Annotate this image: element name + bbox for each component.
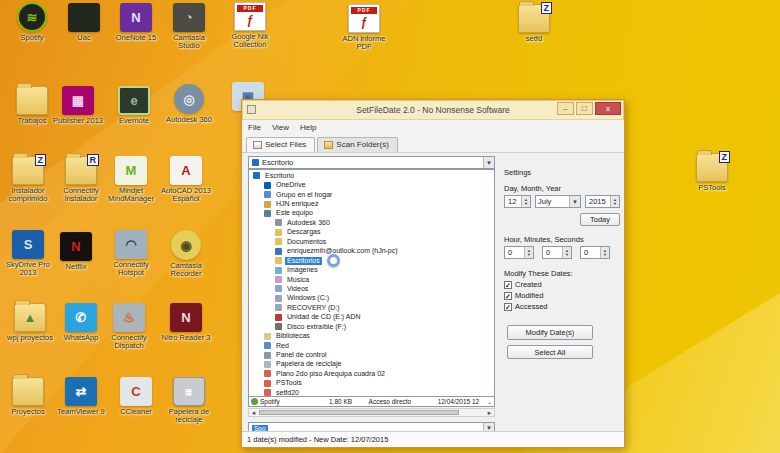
tree-item[interactable]: enriquezmih@outlook.com (hJn-pc) <box>249 247 494 256</box>
tree-item[interactable]: Grupo en el hogar <box>249 190 494 199</box>
icon-skydrive[interactable]: SSkyDrive Pro 2013 <box>2 230 54 277</box>
icon-whatsapp[interactable]: ✆WhatsApp <box>55 303 107 342</box>
checkbox-modified[interactable]: ✓Modified <box>504 291 543 300</box>
icon-uac[interactable]: Uac <box>58 3 110 42</box>
spinner-arrows-icon[interactable]: ▲▼ <box>610 196 619 207</box>
tree-item[interactable]: Unidad de CD (E:) ADN <box>249 313 494 322</box>
icon-onenote[interactable]: NOneNote 15 <box>110 3 162 42</box>
select-all-button[interactable]: Select All <box>507 345 593 359</box>
tree-item[interactable]: Documentos <box>249 237 494 246</box>
tree-item[interactable]: OneDrive <box>249 180 494 189</box>
icon-connectify-hotspot[interactable]: ◠Connectify Hotspot <box>105 230 157 277</box>
spinner-arrows-icon[interactable]: ▲▼ <box>562 247 571 258</box>
chevron-down-icon[interactable]: ▼ <box>483 157 494 168</box>
tab-scan-folder-s-[interactable]: Scan Folder(s) <box>317 137 397 152</box>
mouse-cursor <box>327 254 340 267</box>
hour-spinner[interactable]: 0 ▲▼ <box>504 246 534 259</box>
scrollbar-thumb[interactable] <box>259 410 459 415</box>
tree-item[interactable]: Red <box>249 341 494 350</box>
tree-item[interactable]: Autodesk 360 <box>249 218 494 227</box>
icon-zip-instalador[interactable]: ZInstalador comprimido <box>2 156 54 203</box>
icon-folder-trabajos[interactable]: Trabajos <box>6 86 58 125</box>
tree-item[interactable]: Música <box>249 275 494 284</box>
spinner-arrows-icon[interactable]: ▲▼ <box>521 196 530 207</box>
tab-select-files[interactable]: Select Files <box>246 137 315 153</box>
tree-item[interactable]: Windows (C:) <box>249 294 494 303</box>
icon-publisher[interactable]: ▦Publisher 2013 <box>52 86 104 125</box>
tree-item[interactable]: Panel de control <box>249 350 494 359</box>
menu-item-file[interactable]: File <box>248 123 261 132</box>
checkbox-box[interactable]: ✓ <box>504 303 512 311</box>
tree-item[interactable]: Plano 2do piso Arequipa cuadra 02 <box>249 369 494 378</box>
recycle-bin-icon <box>264 361 271 368</box>
folder-icon <box>324 141 333 149</box>
horizontal-scrollbar[interactable]: ◄ ► <box>248 408 495 417</box>
checkbox-box[interactable]: ✓ <box>504 281 512 289</box>
maximize-button[interactable]: □ <box>576 102 593 115</box>
spinner-arrows-icon[interactable]: ▲▼ <box>524 247 533 258</box>
menu-item-help[interactable]: Help <box>300 123 316 132</box>
icon-pdf-nik[interactable]: PDFƒGoogle Nik Collection <box>224 2 276 49</box>
icon-nitro[interactable]: NNitro Reader 3 <box>160 303 212 342</box>
scroll-left-icon[interactable]: ◄ <box>249 410 258 416</box>
tree-item[interactable]: Imágenes <box>249 265 494 274</box>
icon-pstools[interactable]: ZPSTools <box>686 153 738 192</box>
tree-item[interactable]: Bibliotecas <box>249 331 494 340</box>
tree-item[interactable]: PSTools <box>249 379 494 388</box>
tree-item[interactable]: Escritorios <box>249 256 494 265</box>
menu-item-view[interactable]: View <box>272 123 289 132</box>
month-combobox[interactable]: July ▼ <box>535 195 581 208</box>
minute-value: 0 <box>543 248 562 257</box>
tree-item[interactable]: RECOVERY (D:) <box>249 303 494 312</box>
tree-item-label: Windows (C:) <box>285 294 331 302</box>
icon-connectify-dispatch[interactable]: ♨Connectify Dispatch <box>103 303 155 350</box>
tree-item-label: Autodesk 360 <box>285 219 332 227</box>
scroll-right-icon[interactable]: ► <box>485 410 494 416</box>
icon-camtasia-recorder[interactable]: ◉Camtasia Recorder <box>160 230 212 278</box>
status-bar: 1 date(s) modified - New Date: 12/07/201… <box>242 431 624 447</box>
year-spinner[interactable]: 2015 ▲▼ <box>585 195 620 208</box>
tree-item[interactable]: HJN enriquez <box>249 199 494 208</box>
tree-item[interactable]: Escritorio <box>249 171 494 180</box>
today-button[interactable]: Today <box>580 213 620 226</box>
icon-rar-connectify[interactable]: RConnectify instalador <box>55 156 107 203</box>
file-row[interactable]: Spotify 1.80 KB Acceso directo 12/04/201… <box>248 397 495 407</box>
icon-autodesk-360[interactable]: ◎Autodesk 360 <box>163 84 215 124</box>
tree-item[interactable]: Disco extraíble (F:) <box>249 322 494 331</box>
icon-folder-wpj[interactable]: ▲wpj proyectos <box>4 303 56 342</box>
icon-recycle-bin[interactable]: ≣Papelera de reciclaje <box>163 377 215 424</box>
icon-folder-proyectos[interactable]: Proyectos <box>2 377 54 416</box>
file-type: Acceso directo <box>369 398 438 405</box>
day-spinner[interactable]: 12 ▲▼ <box>504 195 531 208</box>
checkbox-box[interactable]: ✓ <box>504 292 512 300</box>
modify-dates-button[interactable]: Modify Date(s) <box>507 325 593 340</box>
checkbox-accessed[interactable]: ✓Accessed <box>504 302 548 311</box>
tree-item[interactable]: Descargas <box>249 228 494 237</box>
minimize-button[interactable]: – <box>557 102 574 115</box>
tree-item[interactable]: Papelera de reciclaje <box>249 360 494 369</box>
tree-item[interactable]: Este equipo <box>249 209 494 218</box>
icon-camtasia-studio[interactable]: ◔Camtasia Studio <box>163 3 215 50</box>
checkbox-created[interactable]: ✓Created <box>504 280 542 289</box>
icon-ccleaner[interactable]: CCCleaner <box>110 377 162 416</box>
icon-pdf-adn[interactable]: PDFƒADN informe PDF <box>338 4 390 51</box>
tree-item[interactable]: setfd20 <box>249 388 494 397</box>
icon-mindjet[interactable]: MMindjet MindManager <box>105 156 157 203</box>
tree-item[interactable]: Videos <box>249 284 494 293</box>
chevron-down-icon[interactable]: ⌄ <box>487 398 494 405</box>
folder-path-combobox[interactable]: Escritorio ▼ <box>248 156 495 169</box>
chevron-down-icon[interactable]: ▼ <box>569 196 580 207</box>
second-spinner[interactable]: 0 ▲▼ <box>580 246 610 259</box>
spinner-arrows-icon[interactable]: ▲▼ <box>600 247 609 258</box>
icon-zip-setfd[interactable]: Zsetfd <box>508 4 560 43</box>
icon-evernote[interactable]: eEvernote <box>108 86 160 125</box>
icon-spotify[interactable]: ≋Spotify <box>6 2 58 42</box>
close-button[interactable]: x <box>595 102 621 115</box>
icon-netflix[interactable]: NNetflix <box>50 232 102 271</box>
window-titlebar[interactable]: SetFileDate 2.0 - No Nonsense Software –… <box>242 100 624 119</box>
icon-autocad[interactable]: AAutoCAD 2013 Español <box>160 156 212 203</box>
zip-badge: Z <box>541 2 553 14</box>
icon-teamviewer[interactable]: ⇄TeamViewer 9 <box>55 377 107 416</box>
date-group-label: Day, Month, Year <box>504 184 561 193</box>
minute-spinner[interactable]: 0 ▲▼ <box>542 246 572 259</box>
